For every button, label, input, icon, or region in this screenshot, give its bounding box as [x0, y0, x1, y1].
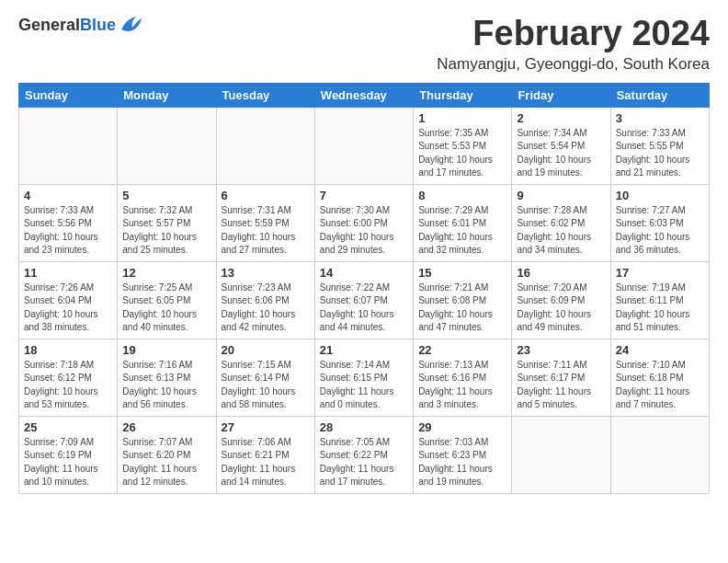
day-number: 20: [222, 343, 310, 357]
calendar-table: SundayMondayTuesdayWednesdayThursdayFrid…: [18, 83, 710, 494]
day-number: 16: [517, 266, 605, 280]
calendar-cell: [216, 107, 314, 184]
calendar-cell: 25Sunrise: 7:09 AM Sunset: 6:19 PM Dayli…: [19, 416, 118, 493]
day-info: Sunrise: 7:09 AM Sunset: 6:19 PM Dayligh…: [24, 436, 112, 489]
day-number: 9: [517, 189, 605, 202]
week-row-4: 18Sunrise: 7:18 AM Sunset: 6:12 PM Dayli…: [19, 339, 710, 416]
calendar-header-friday: Friday: [512, 83, 610, 107]
calendar-cell: 22Sunrise: 7:13 AM Sunset: 6:16 PM Dayli…: [414, 339, 512, 416]
day-info: Sunrise: 7:35 AM Sunset: 5:53 PM Dayligh…: [418, 127, 506, 180]
day-number: 10: [616, 189, 704, 202]
day-info: Sunrise: 7:26 AM Sunset: 6:04 PM Dayligh…: [24, 282, 112, 335]
calendar-cell: 15Sunrise: 7:21 AM Sunset: 6:08 PM Dayli…: [414, 261, 512, 339]
calendar-header-row: SundayMondayTuesdayWednesdayThursdayFrid…: [19, 83, 710, 107]
day-number: 7: [320, 189, 408, 202]
calendar-cell: [610, 416, 709, 493]
calendar-subtitle: Namyangju, Gyeonggi-do, South Korea: [437, 55, 710, 74]
day-info: Sunrise: 7:18 AM Sunset: 6:12 PM Dayligh…: [24, 359, 112, 412]
logo-text: GeneralBlue: [18, 16, 116, 35]
day-number: 24: [616, 343, 704, 357]
day-number: 6: [222, 189, 310, 202]
day-info: Sunrise: 7:16 AM Sunset: 6:13 PM Dayligh…: [122, 359, 210, 412]
day-info: Sunrise: 7:33 AM Sunset: 5:56 PM Dayligh…: [24, 204, 112, 258]
day-number: 18: [24, 343, 112, 357]
day-number: 21: [320, 343, 408, 357]
calendar-header-saturday: Saturday: [610, 83, 709, 107]
logo-general: General: [18, 16, 80, 34]
logo: GeneralBlue: [18, 15, 143, 35]
calendar-cell: [512, 416, 610, 493]
calendar-cell: 4Sunrise: 7:33 AM Sunset: 5:56 PM Daylig…: [19, 184, 118, 261]
calendar-cell: 11Sunrise: 7:26 AM Sunset: 6:04 PM Dayli…: [19, 261, 118, 339]
calendar-cell: 6Sunrise: 7:31 AM Sunset: 5:59 PM Daylig…: [216, 184, 314, 261]
week-row-5: 25Sunrise: 7:09 AM Sunset: 6:19 PM Dayli…: [19, 416, 710, 493]
day-info: Sunrise: 7:31 AM Sunset: 5:59 PM Dayligh…: [222, 204, 310, 258]
day-info: Sunrise: 7:10 AM Sunset: 6:18 PM Dayligh…: [616, 359, 704, 412]
day-number: 28: [320, 420, 408, 434]
day-number: 14: [320, 266, 408, 280]
calendar-cell: 3Sunrise: 7:33 AM Sunset: 5:55 PM Daylig…: [610, 107, 709, 184]
day-number: 13: [222, 266, 310, 280]
week-row-3: 11Sunrise: 7:26 AM Sunset: 6:04 PM Dayli…: [19, 261, 710, 339]
page-header: GeneralBlue February 2024 Namyangju, Gye…: [18, 15, 710, 74]
calendar-title: February 2024: [437, 15, 710, 53]
day-number: 8: [418, 189, 506, 202]
calendar-cell: 10Sunrise: 7:27 AM Sunset: 6:03 PM Dayli…: [610, 184, 709, 261]
day-info: Sunrise: 7:03 AM Sunset: 6:23 PM Dayligh…: [418, 436, 506, 489]
day-number: 19: [122, 343, 210, 357]
day-info: Sunrise: 7:27 AM Sunset: 6:03 PM Dayligh…: [616, 204, 704, 258]
calendar-body: 1Sunrise: 7:35 AM Sunset: 5:53 PM Daylig…: [19, 107, 710, 493]
day-number: 15: [418, 266, 506, 280]
calendar-cell: 21Sunrise: 7:14 AM Sunset: 6:15 PM Dayli…: [314, 339, 413, 416]
calendar-cell: 24Sunrise: 7:10 AM Sunset: 6:18 PM Dayli…: [610, 339, 709, 416]
day-info: Sunrise: 7:33 AM Sunset: 5:55 PM Dayligh…: [616, 127, 704, 180]
day-info: Sunrise: 7:15 AM Sunset: 6:14 PM Dayligh…: [222, 359, 310, 412]
calendar-cell: 5Sunrise: 7:32 AM Sunset: 5:57 PM Daylig…: [118, 184, 216, 261]
title-area: February 2024 Namyangju, Gyeonggi-do, So…: [437, 15, 710, 74]
day-info: Sunrise: 7:34 AM Sunset: 5:54 PM Dayligh…: [517, 127, 605, 180]
calendar-cell: 12Sunrise: 7:25 AM Sunset: 6:05 PM Dayli…: [118, 261, 216, 339]
day-info: Sunrise: 7:19 AM Sunset: 6:11 PM Dayligh…: [616, 282, 704, 335]
day-info: Sunrise: 7:07 AM Sunset: 6:20 PM Dayligh…: [122, 436, 210, 489]
day-info: Sunrise: 7:21 AM Sunset: 6:08 PM Dayligh…: [418, 282, 506, 335]
day-number: 1: [418, 111, 506, 125]
calendar-cell: 18Sunrise: 7:18 AM Sunset: 6:12 PM Dayli…: [19, 339, 118, 416]
day-info: Sunrise: 7:14 AM Sunset: 6:15 PM Dayligh…: [320, 359, 408, 412]
calendar-cell: 27Sunrise: 7:06 AM Sunset: 6:21 PM Dayli…: [216, 416, 314, 493]
logo-bird-icon: [118, 15, 143, 35]
day-info: Sunrise: 7:30 AM Sunset: 6:00 PM Dayligh…: [320, 204, 408, 258]
calendar-cell: [314, 107, 413, 184]
day-number: 12: [122, 266, 210, 280]
calendar-header-wednesday: Wednesday: [314, 83, 413, 107]
day-info: Sunrise: 7:13 AM Sunset: 6:16 PM Dayligh…: [418, 359, 506, 412]
day-number: 2: [517, 111, 605, 125]
day-number: 26: [122, 420, 210, 434]
calendar-cell: 2Sunrise: 7:34 AM Sunset: 5:54 PM Daylig…: [512, 107, 610, 184]
calendar-cell: 16Sunrise: 7:20 AM Sunset: 6:09 PM Dayli…: [512, 261, 610, 339]
day-info: Sunrise: 7:05 AM Sunset: 6:22 PM Dayligh…: [320, 436, 408, 489]
calendar-cell: 28Sunrise: 7:05 AM Sunset: 6:22 PM Dayli…: [314, 416, 413, 493]
logo-blue: Blue: [80, 16, 116, 34]
day-number: 5: [122, 189, 210, 202]
calendar-cell: 29Sunrise: 7:03 AM Sunset: 6:23 PM Dayli…: [414, 416, 512, 493]
calendar-cell: 13Sunrise: 7:23 AM Sunset: 6:06 PM Dayli…: [216, 261, 314, 339]
day-number: 29: [418, 420, 506, 434]
day-number: 17: [616, 266, 704, 280]
calendar-cell: 23Sunrise: 7:11 AM Sunset: 6:17 PM Dayli…: [512, 339, 610, 416]
calendar-cell: 1Sunrise: 7:35 AM Sunset: 5:53 PM Daylig…: [414, 107, 512, 184]
day-number: 3: [616, 111, 704, 125]
week-row-1: 1Sunrise: 7:35 AM Sunset: 5:53 PM Daylig…: [19, 107, 710, 184]
calendar-header-sunday: Sunday: [19, 83, 118, 107]
calendar-cell: 19Sunrise: 7:16 AM Sunset: 6:13 PM Dayli…: [118, 339, 216, 416]
day-number: 25: [24, 420, 112, 434]
day-number: 22: [418, 343, 506, 357]
calendar-cell: 9Sunrise: 7:28 AM Sunset: 6:02 PM Daylig…: [512, 184, 610, 261]
day-info: Sunrise: 7:29 AM Sunset: 6:01 PM Dayligh…: [418, 204, 506, 258]
calendar-cell: 20Sunrise: 7:15 AM Sunset: 6:14 PM Dayli…: [216, 339, 314, 416]
day-info: Sunrise: 7:11 AM Sunset: 6:17 PM Dayligh…: [517, 359, 605, 412]
day-info: Sunrise: 7:32 AM Sunset: 5:57 PM Dayligh…: [122, 204, 210, 258]
day-info: Sunrise: 7:20 AM Sunset: 6:09 PM Dayligh…: [517, 282, 605, 335]
calendar-cell: 26Sunrise: 7:07 AM Sunset: 6:20 PM Dayli…: [118, 416, 216, 493]
day-number: 11: [24, 266, 112, 280]
day-info: Sunrise: 7:22 AM Sunset: 6:07 PM Dayligh…: [320, 282, 408, 335]
